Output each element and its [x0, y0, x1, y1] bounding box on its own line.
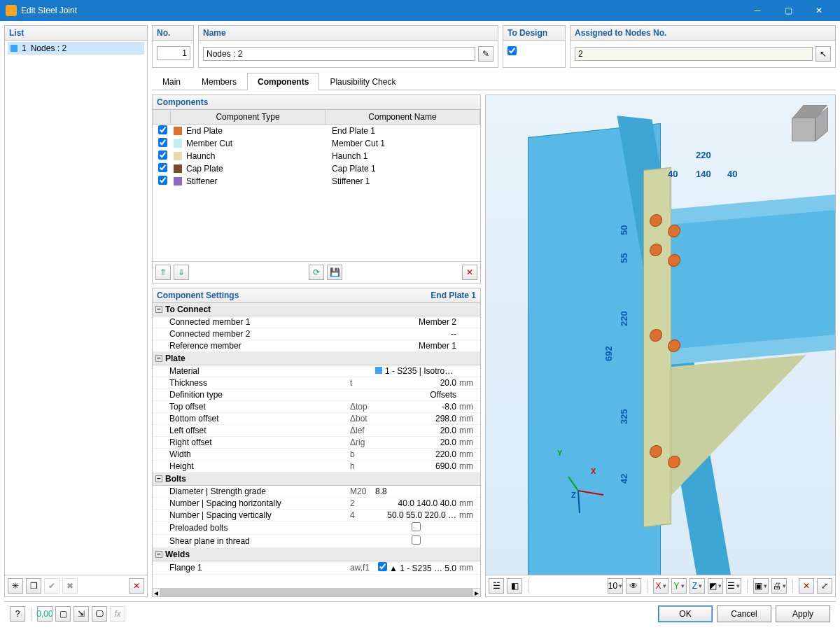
property-row[interactable]: Material1 - S235 | Isotropic | Linear El… — [153, 365, 480, 377]
tab-components[interactable]: Components — [247, 73, 319, 90]
name-edit-button[interactable]: ✎ — [478, 46, 493, 62]
show-details-button[interactable]: ☱ — [489, 578, 504, 594]
column-component-name[interactable]: Component Name — [326, 110, 480, 124]
measure-button[interactable]: ✕ — [799, 578, 814, 594]
property-value[interactable]: ▲ 1 - S235 … 5.0 — [375, 562, 459, 573]
property-group[interactable]: −Welds — [153, 548, 480, 561]
property-value[interactable]: Offsets — [375, 390, 459, 400]
include-button[interactable]: ✔ — [44, 578, 59, 594]
property-value[interactable]: 20.0 — [375, 378, 459, 388]
collapse-icon[interactable]: − — [155, 475, 162, 482]
property-row[interactable]: Connected member 1Member 2 — [153, 316, 480, 328]
property-row[interactable]: Number | Spacing horizontally240.0 140.0… — [153, 498, 480, 510]
cancel-button[interactable]: Cancel — [717, 606, 771, 622]
delete-component-button[interactable]: ✕ — [462, 265, 477, 280]
name-input[interactable] — [203, 47, 475, 61]
tab-main[interactable]: Main — [152, 73, 191, 90]
property-row[interactable]: Diameter | Strength gradeM208.8 — [153, 486, 480, 498]
save-button[interactable]: 💾 — [327, 265, 342, 280]
fullscreen-button[interactable]: ⤢ — [817, 578, 832, 594]
component-row[interactable]: Member CutMember Cut 1 — [153, 137, 480, 150]
refresh-button[interactable]: ⟳ — [309, 265, 324, 280]
property-checkbox[interactable] — [412, 522, 421, 531]
footer-display-button[interactable]: 🖵 — [92, 606, 107, 622]
property-value[interactable] — [375, 536, 459, 547]
view-z-button[interactable]: Z — [690, 578, 705, 594]
component-checkbox[interactable] — [158, 138, 167, 147]
copy-item-button[interactable]: ❐ — [26, 578, 41, 594]
eye-button[interactable]: 👁 — [626, 578, 641, 594]
tab-plausibility[interactable]: Plausibility Check — [319, 73, 406, 90]
apply-button[interactable]: Apply — [776, 606, 830, 622]
view-iso-button[interactable]: ◩ — [708, 578, 723, 594]
minimize-button[interactable]: ─ — [742, 0, 773, 21]
ok-button[interactable]: OK — [658, 606, 713, 622]
footer-units-button[interactable]: 0,00 — [37, 606, 52, 622]
property-row[interactable]: Widthb220.0mm — [153, 449, 480, 461]
property-group[interactable]: −Plate — [153, 352, 480, 365]
maximize-button[interactable]: ▢ — [773, 0, 804, 21]
move-up-button[interactable]: ⇑ — [155, 265, 171, 280]
assigned-input[interactable] — [575, 47, 813, 61]
property-value[interactable]: 20.0 — [375, 426, 459, 435]
close-button[interactable]: ✕ — [804, 0, 834, 21]
property-row[interactable]: Connected member 2-- — [153, 328, 480, 340]
property-value[interactable]: 20.0 — [375, 438, 459, 447]
component-checkbox[interactable] — [158, 150, 167, 160]
to-design-checkbox[interactable] — [507, 46, 517, 55]
component-row[interactable]: HaunchHaunch 1 — [153, 150, 480, 162]
print-button[interactable]: 🖨 — [771, 578, 787, 594]
property-value[interactable]: 40.0 140.0 40.0 — [375, 498, 459, 508]
property-row[interactable]: Preloaded bolts — [153, 522, 480, 535]
tab-members[interactable]: Members — [191, 73, 247, 90]
property-value[interactable]: -- — [375, 329, 459, 339]
render-mode-button[interactable]: ▣ — [753, 578, 769, 594]
property-value[interactable]: -8.0 — [375, 402, 459, 412]
property-value[interactable]: 50.0 55.0 220.0 … — [375, 510, 459, 520]
3d-viewport[interactable]: 220 40 140 40 50 55 220 325 42 692 X — [485, 94, 836, 575]
navigation-cube[interactable] — [783, 105, 825, 147]
delete-item-button[interactable]: ✕ — [129, 578, 144, 594]
move-down-button[interactable]: ⇓ — [174, 265, 189, 280]
footer-fx-button[interactable]: fx — [110, 606, 125, 622]
pick-nodes-button[interactable]: ↖ — [816, 46, 831, 62]
property-value[interactable]: 298.0 — [375, 414, 459, 424]
property-value[interactable]: 1 - S235 | Isotropic | Linear Elastic — [375, 366, 459, 376]
property-value[interactable]: Member 1 — [375, 341, 459, 351]
exclude-button[interactable]: ✖ — [62, 578, 78, 594]
property-row[interactable]: Thicknesst20.0mm — [153, 377, 480, 389]
property-row[interactable]: Shear plane in thread — [153, 535, 480, 548]
property-row[interactable]: Number | Spacing vertically450.0 55.0 22… — [153, 510, 480, 522]
new-item-button[interactable]: ✳ — [8, 578, 23, 594]
component-checkbox[interactable] — [158, 125, 167, 134]
horizontal-scrollbar[interactable]: ◂ ▸ — [153, 588, 480, 596]
view-x-button[interactable]: X — [653, 578, 668, 594]
property-row[interactable]: Reference memberMember 1 — [153, 340, 480, 352]
property-row[interactable]: Heighth690.0mm — [153, 461, 480, 472]
property-row[interactable]: Flange 1aw,f1 ▲ 1 - S235 … 5.0mm — [153, 561, 480, 575]
collapse-icon[interactable]: − — [155, 355, 162, 362]
property-row[interactable]: Definition typeOffsets — [153, 389, 480, 401]
isolate-button[interactable]: ◧ — [507, 578, 522, 594]
view-y-button[interactable]: Y — [671, 578, 687, 594]
property-value[interactable]: Member 2 — [375, 317, 459, 327]
component-row[interactable]: End PlateEnd Plate 1 — [153, 125, 480, 137]
footer-tree-button[interactable]: ⇲ — [74, 606, 89, 622]
column-component-type[interactable]: Component Type — [171, 110, 326, 124]
property-value[interactable]: 8.8 — [375, 486, 459, 496]
collapse-icon[interactable]: − — [155, 306, 162, 313]
component-checkbox[interactable] — [158, 176, 167, 185]
view-menu-button[interactable]: ☰ — [726, 578, 741, 594]
property-value[interactable]: 220.0 — [375, 449, 459, 459]
property-row[interactable]: Bottom offsetΔbot298.0mm — [153, 413, 480, 425]
component-checkbox[interactable] — [158, 163, 167, 172]
property-group[interactable]: −To Connect — [153, 303, 480, 316]
component-row[interactable]: StiffenerStiffener 1 — [153, 175, 480, 188]
property-group[interactable]: −Bolts — [153, 472, 480, 486]
property-value[interactable] — [375, 522, 459, 533]
zoom-button[interactable]: 10 — [608, 578, 623, 594]
component-row[interactable]: Cap PlateCap Plate 1 — [153, 162, 480, 175]
property-checkbox[interactable] — [378, 562, 387, 571]
property-row[interactable]: Right offsetΔrig20.0mm — [153, 437, 480, 449]
help-button[interactable]: ? — [10, 606, 25, 622]
